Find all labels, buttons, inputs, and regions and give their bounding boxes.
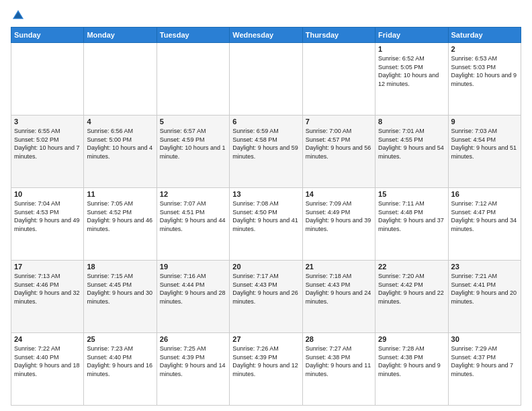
day-number: 15 bbox=[378, 190, 445, 198]
day-number: 8 bbox=[378, 118, 445, 126]
week-row-2: 3Sunrise: 6:55 AM Sunset: 5:02 PM Daylig… bbox=[11, 116, 521, 188]
day-number: 24 bbox=[14, 335, 81, 343]
calendar-cell: 25Sunrise: 7:23 AM Sunset: 4:40 PM Dayli… bbox=[84, 333, 157, 406]
calendar-cell: 29Sunrise: 7:28 AM Sunset: 4:38 PM Dayli… bbox=[375, 333, 448, 406]
calendar-cell: 2Sunrise: 6:53 AM Sunset: 5:03 PM Daylig… bbox=[448, 43, 521, 116]
day-number: 5 bbox=[160, 118, 226, 126]
day-info: Sunrise: 7:28 AM Sunset: 4:38 PM Dayligh… bbox=[378, 345, 445, 378]
day-number: 11 bbox=[87, 190, 153, 198]
day-info: Sunrise: 6:57 AM Sunset: 4:59 PM Dayligh… bbox=[160, 127, 226, 161]
week-row-5: 24Sunrise: 7:22 AM Sunset: 4:40 PM Dayli… bbox=[11, 333, 521, 406]
day-number: 7 bbox=[306, 118, 372, 126]
calendar-cell: 28Sunrise: 7:27 AM Sunset: 4:38 PM Dayli… bbox=[302, 333, 375, 406]
day-number: 30 bbox=[451, 335, 518, 343]
day-info: Sunrise: 7:01 AM Sunset: 4:55 PM Dayligh… bbox=[378, 127, 445, 161]
calendar-cell: 4Sunrise: 6:56 AM Sunset: 5:00 PM Daylig… bbox=[84, 116, 157, 188]
calendar-cell: 10Sunrise: 7:04 AM Sunset: 4:53 PM Dayli… bbox=[11, 188, 84, 261]
calendar-cell: 8Sunrise: 7:01 AM Sunset: 4:55 PM Daylig… bbox=[375, 116, 448, 188]
calendar-cell: 13Sunrise: 7:08 AM Sunset: 4:50 PM Dayli… bbox=[230, 188, 302, 261]
day-info: Sunrise: 7:08 AM Sunset: 4:50 PM Dayligh… bbox=[232, 199, 299, 233]
day-number: 26 bbox=[160, 335, 226, 343]
day-info: Sunrise: 7:17 AM Sunset: 4:43 PM Dayligh… bbox=[232, 272, 299, 306]
calendar-cell: 15Sunrise: 7:11 AM Sunset: 4:48 PM Dayli… bbox=[375, 188, 448, 261]
day-info: Sunrise: 7:29 AM Sunset: 4:37 PM Dayligh… bbox=[451, 345, 518, 378]
day-number: 9 bbox=[451, 118, 518, 126]
calendar-cell: 30Sunrise: 7:29 AM Sunset: 4:37 PM Dayli… bbox=[448, 333, 521, 406]
day-info: Sunrise: 7:16 AM Sunset: 4:44 PM Dayligh… bbox=[160, 272, 226, 306]
week-row-3: 10Sunrise: 7:04 AM Sunset: 4:53 PM Dayli… bbox=[11, 188, 521, 261]
day-number: 18 bbox=[87, 263, 153, 271]
calendar-cell bbox=[302, 43, 375, 116]
weekday-header-row: SundayMondayTuesdayWednesdayThursdayFrid… bbox=[11, 28, 521, 43]
calendar-cell: 27Sunrise: 7:26 AM Sunset: 4:39 PM Dayli… bbox=[230, 333, 302, 406]
logo bbox=[11, 8, 27, 23]
header bbox=[11, 8, 521, 23]
calendar-cell: 18Sunrise: 7:15 AM Sunset: 4:45 PM Dayli… bbox=[84, 261, 157, 333]
calendar-cell: 6Sunrise: 6:59 AM Sunset: 4:58 PM Daylig… bbox=[230, 116, 302, 188]
day-info: Sunrise: 6:59 AM Sunset: 4:58 PM Dayligh… bbox=[232, 127, 299, 161]
weekday-header-wednesday: Wednesday bbox=[230, 28, 302, 43]
day-info: Sunrise: 7:09 AM Sunset: 4:49 PM Dayligh… bbox=[306, 199, 372, 233]
day-info: Sunrise: 7:22 AM Sunset: 4:40 PM Dayligh… bbox=[14, 345, 81, 378]
calendar-cell: 11Sunrise: 7:05 AM Sunset: 4:52 PM Dayli… bbox=[84, 188, 157, 261]
week-row-1: 1Sunrise: 6:52 AM Sunset: 5:05 PM Daylig… bbox=[11, 43, 521, 116]
day-number: 12 bbox=[160, 190, 226, 198]
day-info: Sunrise: 7:25 AM Sunset: 4:39 PM Dayligh… bbox=[160, 345, 226, 378]
day-info: Sunrise: 6:53 AM Sunset: 5:03 PM Dayligh… bbox=[451, 54, 518, 88]
day-info: Sunrise: 7:03 AM Sunset: 4:54 PM Dayligh… bbox=[451, 127, 518, 161]
weekday-header-saturday: Saturday bbox=[448, 28, 521, 43]
day-number: 17 bbox=[14, 263, 81, 271]
day-info: Sunrise: 6:55 AM Sunset: 5:02 PM Dayligh… bbox=[14, 127, 81, 161]
calendar-cell: 23Sunrise: 7:21 AM Sunset: 4:41 PM Dayli… bbox=[448, 261, 521, 333]
calendar-cell: 12Sunrise: 7:07 AM Sunset: 4:51 PM Dayli… bbox=[157, 188, 229, 261]
day-info: Sunrise: 7:00 AM Sunset: 4:57 PM Dayligh… bbox=[306, 127, 372, 161]
day-number: 27 bbox=[232, 335, 299, 343]
calendar-cell bbox=[84, 43, 157, 116]
day-number: 3 bbox=[14, 118, 81, 126]
day-info: Sunrise: 7:13 AM Sunset: 4:46 PM Dayligh… bbox=[14, 272, 81, 306]
day-number: 4 bbox=[87, 118, 153, 126]
day-info: Sunrise: 7:04 AM Sunset: 4:53 PM Dayligh… bbox=[14, 199, 81, 233]
day-number: 22 bbox=[378, 263, 445, 271]
day-number: 23 bbox=[451, 263, 518, 271]
calendar-cell: 24Sunrise: 7:22 AM Sunset: 4:40 PM Dayli… bbox=[11, 333, 84, 406]
calendar-cell: 1Sunrise: 6:52 AM Sunset: 5:05 PM Daylig… bbox=[375, 43, 448, 116]
calendar-cell: 7Sunrise: 7:00 AM Sunset: 4:57 PM Daylig… bbox=[302, 116, 375, 188]
day-number: 20 bbox=[232, 263, 299, 271]
day-info: Sunrise: 7:12 AM Sunset: 4:47 PM Dayligh… bbox=[451, 199, 518, 233]
day-info: Sunrise: 7:27 AM Sunset: 4:38 PM Dayligh… bbox=[306, 345, 372, 378]
calendar-cell: 3Sunrise: 6:55 AM Sunset: 5:02 PM Daylig… bbox=[11, 116, 84, 188]
day-number: 2 bbox=[451, 45, 518, 53]
weekday-header-sunday: Sunday bbox=[11, 28, 84, 43]
weekday-header-monday: Monday bbox=[84, 28, 157, 43]
day-info: Sunrise: 7:21 AM Sunset: 4:41 PM Dayligh… bbox=[451, 272, 518, 306]
calendar-cell bbox=[230, 43, 302, 116]
day-info: Sunrise: 7:11 AM Sunset: 4:48 PM Dayligh… bbox=[378, 199, 445, 233]
day-info: Sunrise: 7:26 AM Sunset: 4:39 PM Dayligh… bbox=[232, 345, 299, 378]
day-number: 29 bbox=[378, 335, 445, 343]
calendar-cell: 14Sunrise: 7:09 AM Sunset: 4:49 PM Dayli… bbox=[302, 188, 375, 261]
calendar-cell: 26Sunrise: 7:25 AM Sunset: 4:39 PM Dayli… bbox=[157, 333, 229, 406]
day-info: Sunrise: 7:07 AM Sunset: 4:51 PM Dayligh… bbox=[160, 199, 226, 233]
day-number: 25 bbox=[87, 335, 153, 343]
day-info: Sunrise: 7:20 AM Sunset: 4:42 PM Dayligh… bbox=[378, 272, 445, 306]
calendar-cell: 17Sunrise: 7:13 AM Sunset: 4:46 PM Dayli… bbox=[11, 261, 84, 333]
day-number: 16 bbox=[451, 190, 518, 198]
weekday-header-thursday: Thursday bbox=[302, 28, 375, 43]
logo-icon bbox=[11, 8, 26, 23]
day-info: Sunrise: 6:56 AM Sunset: 5:00 PM Dayligh… bbox=[87, 127, 153, 161]
day-info: Sunrise: 7:15 AM Sunset: 4:45 PM Dayligh… bbox=[87, 272, 153, 306]
calendar-cell: 19Sunrise: 7:16 AM Sunset: 4:44 PM Dayli… bbox=[157, 261, 229, 333]
calendar-cell: 9Sunrise: 7:03 AM Sunset: 4:54 PM Daylig… bbox=[448, 116, 521, 188]
calendar-cell: 22Sunrise: 7:20 AM Sunset: 4:42 PM Dayli… bbox=[375, 261, 448, 333]
day-number: 13 bbox=[232, 190, 299, 198]
day-number: 6 bbox=[232, 118, 299, 126]
calendar-table: SundayMondayTuesdayWednesdayThursdayFrid… bbox=[11, 27, 521, 406]
day-info: Sunrise: 7:23 AM Sunset: 4:40 PM Dayligh… bbox=[87, 345, 153, 378]
day-number: 10 bbox=[14, 190, 81, 198]
day-number: 28 bbox=[306, 335, 372, 343]
day-number: 21 bbox=[306, 263, 372, 271]
day-info: Sunrise: 7:05 AM Sunset: 4:52 PM Dayligh… bbox=[87, 199, 153, 233]
weekday-header-tuesday: Tuesday bbox=[157, 28, 229, 43]
calendar-cell: 21Sunrise: 7:18 AM Sunset: 4:43 PM Dayli… bbox=[302, 261, 375, 333]
